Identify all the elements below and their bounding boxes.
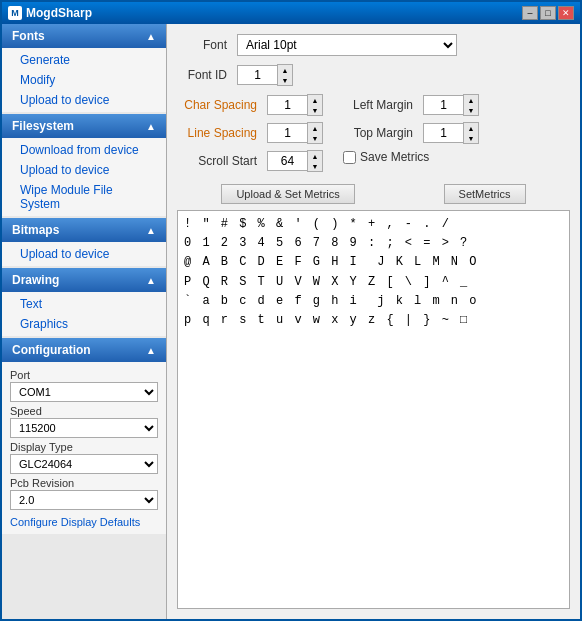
sidebar-header-configuration[interactable]: Configuration ▲ bbox=[2, 338, 166, 362]
font-select[interactable]: Arial 10pt bbox=[237, 34, 457, 56]
window-title: MogdSharp bbox=[26, 6, 92, 20]
right-col: Left Margin 1 ▲ ▼ Top Margin bbox=[343, 94, 479, 166]
chevron-up-icon-dr: ▲ bbox=[146, 275, 156, 286]
display-type-select[interactable]: GLC24064 GLC12864 bbox=[10, 454, 158, 474]
pcb-revision-select[interactable]: 1.0 2.0 3.0 bbox=[10, 490, 158, 510]
line-spacing-input[interactable]: 1 bbox=[267, 123, 307, 143]
sidebar-section-bitmaps: Bitmaps ▲ Upload to device bbox=[2, 218, 166, 266]
scroll-start-up-btn[interactable]: ▲ bbox=[308, 151, 322, 161]
scroll-start-spinner: 64 ▲ ▼ bbox=[267, 150, 323, 172]
font-id-row: Font ID 1 ▲ ▼ bbox=[177, 64, 570, 86]
left-margin-row: Left Margin 1 ▲ ▼ bbox=[343, 94, 479, 116]
app-icon: M bbox=[8, 6, 22, 20]
sidebar-bitmaps-items: Upload to device bbox=[2, 242, 166, 266]
font-id-label: Font ID bbox=[177, 68, 227, 82]
top-margin-spinner: 1 ▲ ▼ bbox=[423, 122, 479, 144]
line-spacing-label: Line Spacing bbox=[177, 126, 257, 140]
title-bar-left: M MogdSharp bbox=[8, 6, 92, 20]
font-id-spinner-btns: ▲ ▼ bbox=[277, 64, 293, 86]
char-spacing-down-btn[interactable]: ▼ bbox=[308, 105, 322, 115]
font-id-input[interactable]: 1 bbox=[237, 65, 277, 85]
chevron-up-icon-bm: ▲ bbox=[146, 225, 156, 236]
left-margin-spinner: 1 ▲ ▼ bbox=[423, 94, 479, 116]
sidebar-item-wipe[interactable]: Wipe Module File System bbox=[2, 180, 166, 214]
sidebar-item-download[interactable]: Download from device bbox=[2, 140, 166, 160]
sidebar-header-drawing[interactable]: Drawing ▲ bbox=[2, 268, 166, 292]
configure-display-defaults-link[interactable]: Configure Display Defaults bbox=[10, 514, 158, 530]
left-margin-input[interactable]: 1 bbox=[423, 95, 463, 115]
maximize-button[interactable]: □ bbox=[540, 6, 556, 20]
sidebar-filesystem-label: Filesystem bbox=[12, 119, 74, 133]
pcb-revision-label: Pcb Revision bbox=[10, 477, 158, 489]
font-id-up-btn[interactable]: ▲ bbox=[278, 65, 292, 75]
sidebar-header-fonts[interactable]: Fonts ▲ bbox=[2, 24, 166, 48]
top-margin-down-btn[interactable]: ▼ bbox=[464, 133, 478, 143]
sidebar-header-filesystem[interactable]: Filesystem ▲ bbox=[2, 114, 166, 138]
sidebar-item-modify[interactable]: Modify bbox=[2, 70, 166, 90]
main-content: Fonts ▲ Generate Modify Upload to device… bbox=[2, 24, 580, 619]
char-spacing-row: Char Spacing 1 ▲ ▼ bbox=[177, 94, 323, 116]
title-bar: M MogdSharp – □ ✕ bbox=[2, 2, 580, 24]
top-margin-up-btn[interactable]: ▲ bbox=[464, 123, 478, 133]
scroll-start-input[interactable]: 64 bbox=[267, 151, 307, 171]
sidebar-header-bitmaps[interactable]: Bitmaps ▲ bbox=[2, 218, 166, 242]
main-window: M MogdSharp – □ ✕ Fonts ▲ Generate Modif… bbox=[0, 0, 582, 621]
sidebar-item-graphics[interactable]: Graphics bbox=[2, 314, 166, 334]
top-margin-spinner-btns: ▲ ▼ bbox=[463, 122, 479, 144]
font-label: Font bbox=[177, 38, 227, 52]
font-id-spinner: 1 ▲ ▼ bbox=[237, 64, 293, 86]
sidebar-fonts-label: Fonts bbox=[12, 29, 45, 43]
port-select[interactable]: COM1 COM2 COM3 COM4 bbox=[10, 382, 158, 402]
font-row: Font Arial 10pt bbox=[177, 34, 570, 56]
set-metrics-button[interactable]: SetMetrics bbox=[444, 184, 526, 204]
metrics-form: Char Spacing 1 ▲ ▼ Line Spacing bbox=[177, 94, 570, 174]
sidebar-item-upload-device-fs[interactable]: Upload to device bbox=[2, 160, 166, 180]
button-row: Upload & Set Metrics SetMetrics bbox=[177, 184, 570, 204]
char-spacing-label: Char Spacing bbox=[177, 98, 257, 112]
sidebar-section-drawing: Drawing ▲ Text Graphics bbox=[2, 268, 166, 336]
minimize-button[interactable]: – bbox=[522, 6, 538, 20]
sidebar-item-upload-device-bm[interactable]: Upload to device bbox=[2, 244, 166, 264]
display-type-label: Display Type bbox=[10, 441, 158, 453]
line-spacing-down-btn[interactable]: ▼ bbox=[308, 133, 322, 143]
scroll-start-spinner-btns: ▲ ▼ bbox=[307, 150, 323, 172]
sidebar-section-configuration: Configuration ▲ Port COM1 COM2 COM3 COM4… bbox=[2, 338, 166, 534]
save-metrics-checkbox[interactable] bbox=[343, 151, 356, 164]
sidebar-item-upload-device-fonts[interactable]: Upload to device bbox=[2, 90, 166, 110]
sidebar-fonts-items: Generate Modify Upload to device bbox=[2, 48, 166, 112]
sidebar-section-fonts: Fonts ▲ Generate Modify Upload to device bbox=[2, 24, 166, 112]
scroll-start-row: Scroll Start 64 ▲ ▼ bbox=[177, 150, 323, 172]
sidebar-bitmaps-label: Bitmaps bbox=[12, 223, 59, 237]
sidebar-item-text[interactable]: Text bbox=[2, 294, 166, 314]
line-spacing-spinner: 1 ▲ ▼ bbox=[267, 122, 323, 144]
right-panel: Font Arial 10pt Font ID 1 ▲ ▼ bbox=[167, 24, 580, 619]
sidebar-configuration-label: Configuration bbox=[12, 343, 91, 357]
top-margin-input[interactable]: 1 bbox=[423, 123, 463, 143]
speed-select[interactable]: 9600 19200 38400 57600 115200 bbox=[10, 418, 158, 438]
scroll-start-label: Scroll Start bbox=[177, 154, 257, 168]
chevron-up-icon-fs: ▲ bbox=[146, 121, 156, 132]
font-id-down-btn[interactable]: ▼ bbox=[278, 75, 292, 85]
line-spacing-row: Line Spacing 1 ▲ ▼ bbox=[177, 122, 323, 144]
scroll-start-down-btn[interactable]: ▼ bbox=[308, 161, 322, 171]
chevron-up-icon: ▲ bbox=[146, 31, 156, 42]
left-margin-label: Left Margin bbox=[343, 98, 413, 112]
close-button[interactable]: ✕ bbox=[558, 6, 574, 20]
upload-set-metrics-button[interactable]: Upload & Set Metrics bbox=[221, 184, 354, 204]
sidebar-drawing-items: Text Graphics bbox=[2, 292, 166, 336]
config-section: Port COM1 COM2 COM3 COM4 Speed 9600 1920… bbox=[2, 362, 166, 534]
line-spacing-spinner-btns: ▲ ▼ bbox=[307, 122, 323, 144]
char-spacing-up-btn[interactable]: ▲ bbox=[308, 95, 322, 105]
left-margin-down-btn[interactable]: ▼ bbox=[464, 105, 478, 115]
char-grid: ! " # $ % & ' ( ) * + , - . / 0 1 2 3 4 … bbox=[177, 210, 570, 609]
line-spacing-up-btn[interactable]: ▲ bbox=[308, 123, 322, 133]
char-spacing-input[interactable]: 1 bbox=[267, 95, 307, 115]
port-label: Port bbox=[10, 369, 158, 381]
sidebar-item-generate[interactable]: Generate bbox=[2, 50, 166, 70]
left-margin-up-btn[interactable]: ▲ bbox=[464, 95, 478, 105]
sidebar-filesystem-items: Download from device Upload to device Wi… bbox=[2, 138, 166, 216]
save-metrics-row: Save Metrics bbox=[343, 150, 479, 164]
sidebar-section-filesystem: Filesystem ▲ Download from device Upload… bbox=[2, 114, 166, 216]
sidebar: Fonts ▲ Generate Modify Upload to device… bbox=[2, 24, 167, 619]
sidebar-drawing-label: Drawing bbox=[12, 273, 59, 287]
